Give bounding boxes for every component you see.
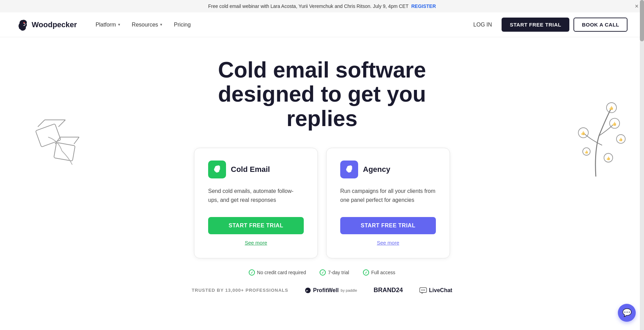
profitwell-logo-icon: P (305, 287, 311, 293)
brand24-logo: BRAND24 (374, 287, 403, 294)
announcement-bar: Free cold email webinar with Lara Acosta… (0, 0, 644, 12)
cold-email-title: Cold Email (231, 165, 270, 174)
svg-text:👍: 👍 (584, 150, 589, 154)
deco-right-illustration: 👍 👍 👍 👍 👍 👍 (561, 89, 630, 183)
agency-title: Agency (363, 165, 390, 174)
cold-email-trial-button[interactable]: START FREE TRIAL (208, 217, 304, 234)
agency-card: Agency Run campaigns for all your client… (326, 148, 450, 258)
trust-badge-text-0: No credit card required (257, 270, 306, 275)
trust-badge-1: ✓ 7-day trial (320, 269, 349, 276)
agency-description: Run campaigns for all your clients from … (340, 187, 436, 207)
header-actions: LOG IN START FREE TRIAL BOOK A CALL (468, 18, 627, 32)
woodpecker-logo-icon (17, 19, 29, 31)
svg-rect-5 (54, 143, 75, 161)
livechat-logo-icon (419, 287, 427, 293)
deco-left-illustration (28, 106, 96, 175)
agency-see-more-link[interactable]: See more (340, 240, 436, 246)
close-announcement-button[interactable]: × (635, 3, 638, 9)
trusted-label: TRUSTED BY 13,000+ PROFESSIONALS (192, 288, 288, 293)
agency-icon (340, 161, 358, 178)
svg-text:👍: 👍 (609, 105, 614, 110)
check-icon-1: ✓ (320, 269, 326, 276)
cold-email-description: Send cold emails, automate follow-ups, a… (208, 187, 304, 207)
check-icon-2: ✓ (363, 269, 369, 276)
trust-badge-0: ✓ No credit card required (249, 269, 306, 276)
nav-pricing[interactable]: Pricing (169, 19, 196, 31)
svg-line-7 (74, 137, 79, 144)
register-link[interactable]: REGISTER (411, 3, 436, 9)
svg-text:👍: 👍 (581, 131, 586, 135)
trust-badge-text-1: 7-day trial (328, 270, 349, 275)
svg-text:👍: 👍 (612, 121, 617, 126)
agency-card-header: Agency (340, 161, 436, 178)
svg-point-24 (421, 289, 422, 290)
hero-section: 👍 👍 👍 👍 👍 👍 Cold email software designed… (0, 37, 644, 321)
trust-badge-text-2: Full access (371, 270, 395, 275)
cold-email-card: Cold Email Send cold emails, automate fo… (194, 148, 318, 258)
svg-point-25 (423, 289, 424, 290)
profitwell-logo: P ProfitWell by paddle (305, 287, 357, 293)
product-cards: Cold Email Send cold emails, automate fo… (167, 148, 477, 258)
login-button[interactable]: LOG IN (468, 19, 497, 31)
main-nav: Platform ▼ Resources ▼ Pricing (91, 19, 468, 31)
logo[interactable]: Woodpecker (17, 19, 77, 31)
header: Woodpecker Platform ▼ Resources ▼ Pricin… (0, 12, 644, 37)
logo-text: Woodpecker (32, 20, 77, 29)
cold-email-see-more-link[interactable]: See more (208, 240, 304, 246)
hero-title: Cold email software designed to get you … (188, 58, 456, 131)
check-icon-0: ✓ (249, 269, 255, 276)
chat-bubble-icon: 💬 (622, 308, 632, 317)
chat-bubble[interactable]: 💬 (618, 304, 636, 321)
svg-text:👍: 👍 (606, 156, 611, 161)
svg-point-26 (424, 289, 425, 290)
svg-line-2 (38, 120, 45, 127)
svg-text:P: P (306, 289, 308, 292)
resources-chevron-icon: ▼ (160, 23, 163, 27)
cold-email-card-header: Cold Email (208, 161, 304, 178)
header-book-call-button[interactable]: BOOK A CALL (573, 18, 627, 32)
svg-line-3 (58, 120, 65, 127)
svg-point-0 (23, 22, 25, 23)
header-start-trial-button[interactable]: START FREE TRIAL (502, 18, 569, 32)
trust-badges: ✓ No credit card required ✓ 7-day trial … (7, 258, 637, 281)
svg-rect-1 (35, 124, 61, 147)
nav-platform[interactable]: Platform ▼ (91, 19, 126, 31)
svg-text:👍: 👍 (619, 137, 623, 142)
scrollbar-thumb[interactable] (640, 0, 644, 41)
trust-badge-2: ✓ Full access (363, 269, 395, 276)
announcement-text: Free cold email webinar with Lara Acosta… (208, 3, 409, 9)
agency-trial-button[interactable]: START FREE TRIAL (340, 217, 436, 234)
cold-email-icon (208, 161, 226, 178)
trusted-section: TRUSTED BY 13,000+ PROFESSIONALS P Profi… (7, 281, 637, 308)
livechat-logo: LiveChat (419, 287, 452, 293)
nav-resources[interactable]: Resources ▼ (127, 19, 168, 31)
platform-chevron-icon: ▼ (117, 23, 121, 27)
